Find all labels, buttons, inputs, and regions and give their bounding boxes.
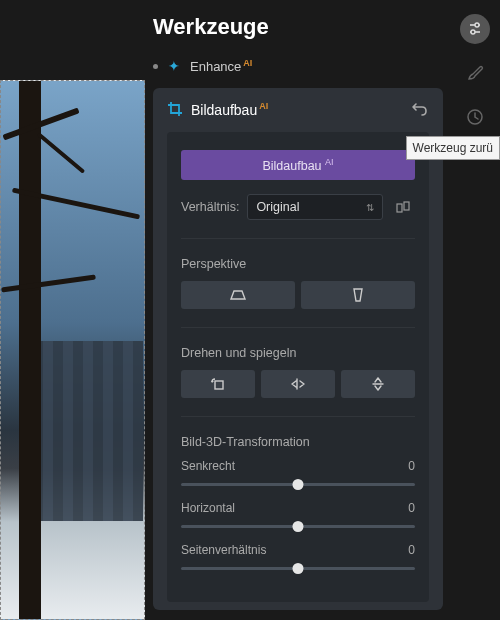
slider-label: Seitenverhältnis <box>181 543 266 557</box>
panel-title: Bildaufbau <box>191 101 257 117</box>
undo-icon[interactable] <box>411 100 429 118</box>
flip-vertical-button[interactable] <box>341 370 415 398</box>
svg-point-3 <box>471 30 475 34</box>
ai-badge: AI <box>243 58 252 68</box>
svg-rect-5 <box>397 204 402 212</box>
svg-rect-7 <box>215 381 223 389</box>
crop-icon <box>167 101 183 117</box>
slider-label: Horizontal <box>181 501 235 515</box>
ratio-label: Verhältnis: <box>181 200 239 214</box>
ratio-value: Original <box>256 200 299 214</box>
slider-track[interactable] <box>181 477 415 491</box>
perspective-vertical-button[interactable] <box>301 281 415 309</box>
transform-3d-section: Bild-3D-Transformation Senkrecht0Horizon… <box>181 435 415 585</box>
rotate-section: Drehen und spiegeln <box>181 346 415 398</box>
svg-rect-6 <box>404 202 409 210</box>
image-canvas[interactable] <box>0 80 145 620</box>
slider-track[interactable] <box>181 561 415 575</box>
brush-icon[interactable] <box>460 58 490 88</box>
reset-tool-tooltip: Werkzeug zurü <box>406 136 500 160</box>
slider-label: Senkrecht <box>181 459 235 473</box>
slider-value: 0 <box>408 543 415 557</box>
page-title: Werkzeuge <box>153 14 269 40</box>
bildaufbau-section: Bildaufbau AI Verhältnis: Original ⇅ <box>181 150 415 220</box>
rotate-title: Drehen und spiegeln <box>181 346 415 360</box>
slider-track[interactable] <box>181 519 415 533</box>
perspective-section: Perspektive <box>181 257 415 309</box>
history-icon[interactable] <box>460 102 490 132</box>
chevron-updown-icon: ⇅ <box>366 202 374 213</box>
slider-value: 0 <box>408 459 415 473</box>
ai-badge: AI <box>259 101 268 111</box>
slider-value: 0 <box>408 501 415 515</box>
flip-horizontal-button[interactable] <box>261 370 335 398</box>
bildaufbau-button[interactable]: Bildaufbau AI <box>181 150 415 180</box>
rotate-left-button[interactable] <box>181 370 255 398</box>
slider-seitenverhältnis: Seitenverhältnis0 <box>181 543 415 575</box>
bullet-icon <box>153 64 158 69</box>
sparkle-icon: ✦ <box>168 58 180 74</box>
enhance-label: Enhance <box>190 59 241 74</box>
slider-horizontal: Horizontal0 <box>181 501 415 533</box>
ratio-select[interactable]: Original ⇅ <box>247 194 383 220</box>
crop-panel: BildaufbauAI Bildaufbau AI Verhältnis: O… <box>153 88 443 610</box>
settings-icon[interactable] <box>460 14 490 44</box>
slider-senkrecht: Senkrecht0 <box>181 459 415 491</box>
transform-3d-title: Bild-3D-Transformation <box>181 435 415 449</box>
perspective-title: Perspektive <box>181 257 415 271</box>
perspective-horizontal-button[interactable] <box>181 281 295 309</box>
enhance-row[interactable]: ✦ EnhanceAI <box>153 58 252 74</box>
svg-point-1 <box>475 23 479 27</box>
orientation-toggle[interactable] <box>391 195 415 219</box>
